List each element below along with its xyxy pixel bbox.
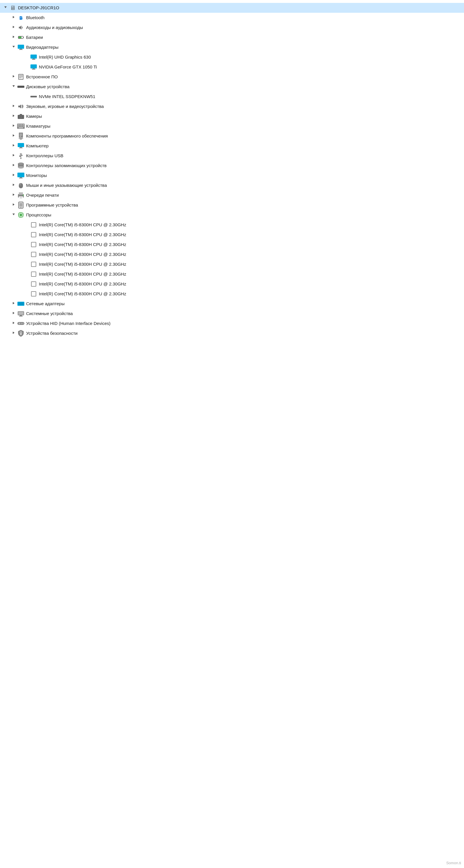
expander-mice[interactable] [10, 183, 17, 188]
tree-item-firmware[interactable]: Встроенное ПО [0, 72, 464, 82]
tree-item-print-queues[interactable]: Очереди печати [0, 190, 464, 200]
svg-rect-101 [31, 282, 36, 286]
expander-software-components[interactable] [10, 134, 17, 139]
svg-marker-73 [13, 193, 14, 196]
expander-cameras[interactable] [10, 114, 17, 119]
svg-rect-49 [20, 134, 22, 134]
expander-security[interactable] [10, 331, 17, 336]
label-cpu8: Intel(R) Core(TM) i5-8300H CPU @ 2.30GHz [39, 291, 126, 297]
expander-hid[interactable] [10, 321, 17, 326]
tree-item-security[interactable]: Устройства безопасности [0, 329, 464, 338]
icon-usb [17, 152, 25, 159]
expander-processors[interactable] [10, 213, 17, 218]
icon-print [17, 192, 25, 199]
svg-rect-35 [20, 114, 22, 115]
icon-battery [17, 34, 25, 41]
icon-security [17, 330, 25, 337]
tree-item-hid[interactable]: Устройства HID (Human Interface Devices) [0, 318, 464, 329]
expander-audio-io[interactable] [10, 25, 17, 30]
label-battery: Батареи [26, 34, 43, 41]
label-cpu7: Intel(R) Core(TM) i5-8300H CPU @ 2.30GHz [39, 281, 126, 287]
svg-rect-98 [31, 252, 36, 257]
tree-item-usb-controllers[interactable]: Контроллеры USB [0, 151, 464, 161]
icon-computer: 🖥 [9, 4, 17, 11]
svg-rect-6 [23, 37, 24, 38]
expander-keyboards[interactable] [10, 124, 17, 129]
svg-marker-108 [13, 312, 14, 314]
icon-software [17, 132, 25, 140]
tree-item-cameras[interactable]: Камеры [0, 112, 464, 121]
expander-usb-controllers[interactable] [10, 153, 17, 158]
tree-item-network-adapters[interactable]: Сетевые адаптеры [0, 299, 464, 309]
svg-marker-52 [13, 144, 14, 147]
expander-display-adapters[interactable] [10, 45, 17, 50]
svg-rect-96 [31, 232, 36, 237]
expander-sw-devices[interactable] [10, 203, 17, 208]
label-nvme: NVMe INTEL SSDPEKNW51 [39, 93, 95, 100]
tree-item-keyboards[interactable]: Клавиатуры [0, 121, 464, 131]
expander-battery[interactable] [10, 35, 17, 40]
expander-root[interactable] [2, 5, 9, 10]
svg-rect-41 [23, 124, 24, 125]
svg-rect-10 [20, 49, 22, 49]
expander-print-queues[interactable] [10, 193, 17, 198]
svg-rect-95 [31, 222, 36, 227]
expander-monitors[interactable] [10, 173, 17, 178]
icon-pc [17, 143, 25, 149]
tree-item-cpu4[interactable]: Intel(R) Core(TM) i5-8300H CPU @ 2.30GHz [0, 249, 464, 259]
expander-firmware[interactable] [10, 74, 17, 80]
expander-storage-controllers[interactable] [10, 163, 17, 168]
tree-item-software-components[interactable]: Компоненты программного обеспечения [0, 131, 464, 141]
expander-disk-drives[interactable] [10, 85, 17, 89]
expander-bluetooth[interactable] [10, 16, 17, 20]
tree-item-root[interactable]: 🖥DESKTOP-J91CR1O [0, 3, 464, 13]
svg-rect-44 [21, 126, 22, 126]
label-sw-devices: Программные устройства [26, 202, 78, 209]
expander-computer[interactable] [10, 144, 17, 149]
svg-marker-84 [12, 214, 15, 215]
tree-item-cpu6[interactable]: Intel(R) Core(TM) i5-8300H CPU @ 2.30GHz [0, 269, 464, 279]
svg-rect-86 [20, 214, 22, 216]
tree-item-monitors[interactable]: Мониторы [0, 170, 464, 181]
tree-item-sw-devices[interactable]: Программные устройства [0, 200, 464, 210]
icon-cpu-item [30, 290, 38, 297]
tree-item-nvme[interactable]: NVMe INTEL SSDPEKNW51 [0, 92, 464, 101]
svg-rect-99 [31, 262, 36, 267]
tree-item-cpu1[interactable]: Intel(R) Core(TM) i5-8300H CPU @ 2.30GHz [0, 220, 464, 230]
label-root: DESKTOP-J91CR1O [18, 5, 59, 11]
tree-item-sound-video[interactable]: Звуковые, игровые и видеоустройства [0, 101, 464, 112]
icon-storage [17, 162, 25, 169]
tree-item-storage-controllers[interactable]: Контроллеры запоминающих устройств [0, 161, 464, 170]
svg-marker-8 [12, 46, 15, 48]
icon-cpu-item [30, 221, 38, 228]
tree-item-cpu2[interactable]: Intel(R) Core(TM) i5-8300H CPU @ 2.30GHz [0, 230, 464, 240]
tree-item-display-adapters[interactable]: Видеоадаптеры [0, 42, 464, 52]
label-monitors: Мониторы [26, 172, 47, 179]
label-disk-drives: Дисковые устройства [26, 84, 70, 90]
expander-network-adapters[interactable] [10, 302, 17, 306]
tree-item-gpu-nvidia[interactable]: NVIDIA GeForce GTX 1050 Ti [0, 62, 464, 72]
svg-marker-47 [13, 134, 14, 137]
tree-item-cpu5[interactable]: Intel(R) Core(TM) i5-8300H CPU @ 2.30GHz [0, 259, 464, 269]
tree-item-computer[interactable]: Компьютер [0, 141, 464, 151]
tree-item-system-devices[interactable]: Системные устройства [0, 309, 464, 318]
tree-item-disk-drives[interactable]: Дисковые устройства [0, 82, 464, 92]
svg-marker-80 [13, 204, 14, 206]
tree-item-gpu-intel[interactable]: Intel(R) UHD Graphics 630 [0, 52, 464, 62]
label-bluetooth: Bluetooth [26, 14, 44, 21]
label-cpu3: Intel(R) Core(TM) i5-8300H CPU @ 2.30GHz [39, 241, 126, 248]
tree-item-audio-io[interactable]: Аудиовходы и аудиовыходы [0, 23, 464, 32]
expander-sound-video[interactable] [10, 104, 17, 109]
tree-item-processors[interactable]: Процессоры [0, 210, 464, 220]
svg-rect-72 [19, 183, 21, 185]
tree-item-mice[interactable]: Мыши и иные указывающие устройства [0, 181, 464, 190]
expander-system-devices[interactable] [10, 311, 17, 316]
tree-item-cpu8[interactable]: Intel(R) Core(TM) i5-8300H CPU @ 2.30GHz [0, 289, 464, 299]
label-cpu1: Intel(R) Core(TM) i5-8300H CPU @ 2.30GHz [39, 222, 126, 228]
tree-item-cpu7[interactable]: Intel(R) Core(TM) i5-8300H CPU @ 2.30GHz [0, 279, 464, 289]
tree-item-battery[interactable]: Батареи [0, 32, 464, 42]
label-cpu2: Intel(R) Core(TM) i5-8300H CPU @ 2.30GHz [39, 231, 126, 238]
tree-item-cpu3[interactable]: Intel(R) Core(TM) i5-8300H CPU @ 2.30GHz [0, 240, 464, 249]
tree-item-bluetooth[interactable]: ʙBluetooth [0, 13, 464, 23]
icon-cpu [17, 212, 25, 218]
